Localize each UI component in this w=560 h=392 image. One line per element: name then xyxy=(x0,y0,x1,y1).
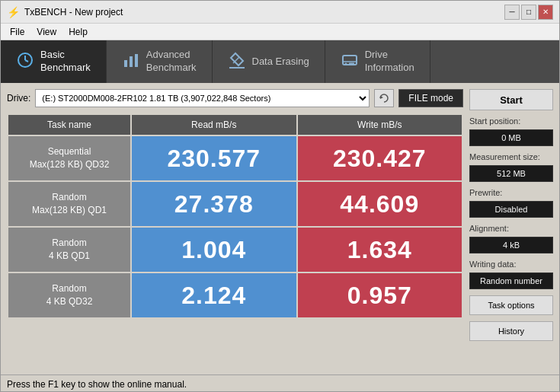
table-row: RandomMax(128 KB) QD127.37844.609 xyxy=(8,182,462,226)
col-write: Write mB/s xyxy=(298,115,462,135)
drive-row: Drive: (E:) ST2000DM008-2FR102 1.81 TB (… xyxy=(7,89,463,107)
task-name-cell: RandomMax(128 KB) QD1 xyxy=(8,182,130,226)
clock-icon xyxy=(16,51,34,73)
prewrite-label: Prewrite: xyxy=(469,188,553,197)
status-text: Press the F1 key to show the online manu… xyxy=(7,379,187,390)
col-task-name: Task name xyxy=(8,115,130,135)
tab-advanced-label: Advanced Benchmark xyxy=(146,49,197,75)
start-position-value: 0 MB xyxy=(469,129,553,146)
tab-data-erasing[interactable]: Data Erasing xyxy=(213,40,325,83)
svg-marker-13 xyxy=(380,96,383,99)
minimize-button[interactable]: ─ xyxy=(504,5,520,20)
drive-select[interactable]: (E:) ST2000DM008-2FR102 1.81 TB (3,907,0… xyxy=(35,89,370,107)
drive-icon xyxy=(341,51,359,73)
right-panel: Start Start position: 0 MB Measurement s… xyxy=(469,89,553,368)
write-value: 0.957 xyxy=(298,273,462,317)
tab-erase-label: Data Erasing xyxy=(252,56,309,69)
erase-icon xyxy=(228,51,246,73)
measurement-size-label: Measurement size: xyxy=(469,152,553,161)
read-value: 230.577 xyxy=(132,136,296,180)
content-area: Drive: (E:) ST2000DM008-2FR102 1.81 TB (… xyxy=(1,83,559,374)
col-read: Read mB/s xyxy=(132,115,296,135)
drive-label: Drive: xyxy=(7,93,30,104)
alignment-value: 4 kB xyxy=(469,237,553,253)
task-name-cell: SequentialMax(128 KB) QD32 xyxy=(8,136,130,180)
task-options-button[interactable]: Task options xyxy=(469,295,553,315)
tab-basic-benchmark[interactable]: Basic Benchmark xyxy=(1,40,107,83)
svg-point-11 xyxy=(344,62,347,65)
left-panel: Drive: (E:) ST2000DM008-2FR102 1.81 TB (… xyxy=(7,89,463,368)
task-name-cell: Random4 KB QD32 xyxy=(8,273,130,317)
status-bar: Press the F1 key to show the online manu… xyxy=(1,374,559,392)
writing-data-value: Random number xyxy=(469,272,553,289)
menu-file[interactable]: File xyxy=(4,25,30,39)
tab-drive-information[interactable]: Drive Information xyxy=(325,40,430,83)
write-value: 44.609 xyxy=(298,182,462,226)
table-row: SequentialMax(128 KB) QD32230.577230.427 xyxy=(8,136,462,180)
app-icon: ⚡ xyxy=(7,6,20,18)
measurement-size-value: 512 MB xyxy=(469,165,553,182)
start-position-label: Start position: xyxy=(469,116,553,126)
table-row: Random4 KB QD11.0041.634 xyxy=(8,228,462,272)
writing-data-label: Writing data: xyxy=(469,260,553,269)
menu-help[interactable]: Help xyxy=(62,25,94,39)
maximize-button[interactable]: □ xyxy=(521,5,536,20)
svg-rect-4 xyxy=(130,56,133,67)
read-value: 1.004 xyxy=(132,228,296,272)
file-mode-button[interactable]: FILE mode xyxy=(398,89,463,107)
tab-basic-label: Basic Benchmark xyxy=(40,49,91,75)
chart-icon xyxy=(122,51,140,73)
svg-line-2 xyxy=(25,60,28,62)
title-bar: ⚡ TxBENCH - New project ─ □ ✕ xyxy=(1,1,559,24)
read-value: 27.378 xyxy=(132,182,296,226)
close-button[interactable]: ✕ xyxy=(538,5,553,20)
results-table: Task name Read mB/s Write mB/s Sequentia… xyxy=(7,113,463,319)
start-button[interactable]: Start xyxy=(469,89,553,110)
tab-drive-label: Drive Information xyxy=(365,49,414,75)
svg-rect-3 xyxy=(124,60,127,67)
svg-rect-12 xyxy=(349,62,354,65)
prewrite-value: Disabled xyxy=(469,201,553,218)
tab-advanced-benchmark[interactable]: Advanced Benchmark xyxy=(107,40,213,83)
app-title: TxBENCH - New project xyxy=(24,7,123,18)
drive-refresh-button[interactable] xyxy=(374,89,394,107)
task-name-cell: Random4 KB QD1 xyxy=(8,228,130,272)
alignment-label: Alignment: xyxy=(469,224,553,233)
history-button[interactable]: History xyxy=(469,321,553,341)
menu-bar: File View Help xyxy=(1,24,559,40)
write-value: 230.427 xyxy=(298,136,462,180)
table-row: Random4 KB QD322.1240.957 xyxy=(8,273,462,317)
svg-rect-5 xyxy=(135,54,138,67)
menu-view[interactable]: View xyxy=(30,25,62,39)
write-value: 1.634 xyxy=(298,228,462,272)
read-value: 2.124 xyxy=(132,273,296,317)
tab-bar: Basic Benchmark Advanced Benchmark Data … xyxy=(1,40,559,83)
